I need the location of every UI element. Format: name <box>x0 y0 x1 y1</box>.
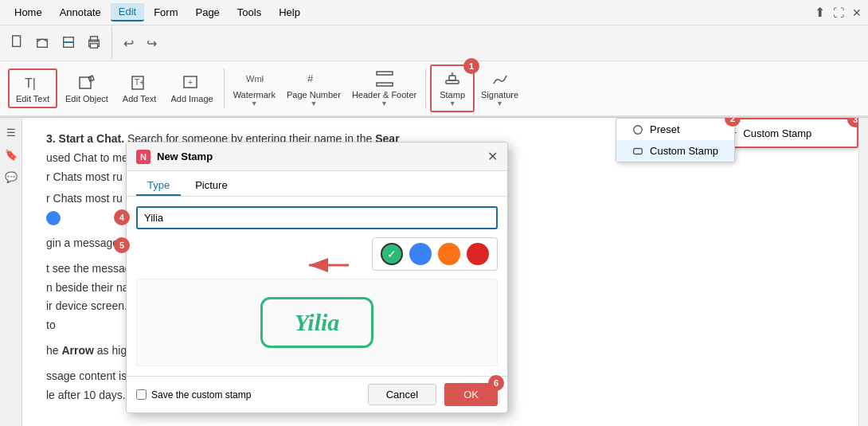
ok-button-wrapper: OK 6 <box>444 383 498 406</box>
blue-dot <box>46 211 61 225</box>
svg-rect-0 <box>13 35 21 46</box>
color-green[interactable]: ✓ <box>381 243 403 265</box>
edit-text-button[interactable]: T| Edit Text <box>8 68 57 108</box>
sep2 <box>425 68 426 108</box>
separator <box>111 27 112 59</box>
new-file-icon[interactable] <box>6 33 29 54</box>
edit-object-label: Edit Object <box>65 94 108 104</box>
menu-page[interactable]: Page <box>187 4 227 21</box>
menu-form[interactable]: Form <box>146 4 186 21</box>
svg-text:T|: T| <box>25 76 36 90</box>
sep1 <box>224 68 225 108</box>
stamp-label: Stamp <box>440 90 465 100</box>
doc-area: 3. Start a Chat. Search for someone by e… <box>22 118 858 426</box>
icon-bar: ↩ ↪ <box>0 25 868 61</box>
add-image-button[interactable]: + Add Image <box>164 70 219 107</box>
scan-icon[interactable] <box>57 33 80 54</box>
stamp-name-input[interactable] <box>136 206 498 229</box>
dialog-body: 4 5 ✓ <box>127 197 507 376</box>
page-number-button[interactable]: # Page Number ▼ <box>282 66 346 111</box>
svg-rect-21 <box>634 148 643 154</box>
menu-tools[interactable]: Tools <box>229 4 269 21</box>
dialog-tabs: Type Picture <box>127 171 507 197</box>
tab-picture[interactable]: Picture <box>184 176 238 196</box>
main-area: ☰ 🔖 💬 3. Start a Chat. Search for someon… <box>0 118 868 426</box>
sidebar-bookmark-icon[interactable]: 🔖 <box>3 147 19 162</box>
svg-point-20 <box>634 125 643 134</box>
add-image-label: Add Image <box>170 94 213 104</box>
header-footer-button[interactable]: Header & Footer ▼ <box>347 66 421 111</box>
stamp-box: Yilia <box>260 297 374 348</box>
preset-label: Preset <box>650 123 680 135</box>
tab-type[interactable]: Type <box>136 176 181 196</box>
page-number-label: Page Number <box>287 90 341 100</box>
arrow-indicator <box>293 249 357 283</box>
stamp-button-wrapper: Stamp ▼ 1 <box>430 64 475 112</box>
left-sidebar: ☰ 🔖 💬 <box>0 118 22 426</box>
menu-help[interactable]: Help <box>271 4 308 21</box>
custom-stamp-dropdown-item[interactable]: Custom Stamp <box>616 140 734 162</box>
svg-rect-6 <box>91 36 98 41</box>
color-orange[interactable] <box>438 243 460 265</box>
undo-icon[interactable]: ↩ <box>119 33 139 53</box>
svg-text:#: # <box>307 72 314 84</box>
signature-button[interactable]: Signature ▼ <box>476 66 523 111</box>
menu-annotate[interactable]: Annotate <box>52 4 109 21</box>
save-label: Save the custom stamp <box>151 389 251 401</box>
save-checkbox[interactable] <box>136 389 147 400</box>
svg-text:T+: T+ <box>135 78 144 87</box>
print-icon[interactable] <box>83 33 105 54</box>
dialog-footer: Save the custom stamp Cancel OK 6 <box>127 376 507 412</box>
header-footer-label: Header & Footer <box>352 90 416 100</box>
watermark-label: Watermark <box>233 90 276 100</box>
add-text-label: Add Text <box>123 94 157 104</box>
add-text-button[interactable]: T+ Add Text <box>116 70 163 107</box>
right-scrollbar[interactable] <box>858 118 868 426</box>
stamp-dropdown: Preset Custom Stamp 2 <box>616 118 735 162</box>
menu-edit[interactable]: Edit <box>111 3 144 21</box>
dialog-header: N New Stamp ✕ <box>127 143 507 171</box>
watermark-button[interactable]: Wmk Watermark ▼ <box>229 66 280 111</box>
badge-5: 5 <box>114 237 130 253</box>
ribbon: T| Edit Text Edit Object T+ Add Text + A… <box>0 61 868 117</box>
sidebar-nav-icon[interactable]: ☰ <box>3 124 19 140</box>
svg-text:+: + <box>188 78 193 87</box>
dialog-logo: N <box>136 150 151 164</box>
badge-4: 4 <box>114 209 130 225</box>
dialog-title: New Stamp <box>157 150 481 162</box>
open-file-icon[interactable] <box>32 33 54 54</box>
edit-object-button[interactable]: Edit Object <box>59 70 115 107</box>
color-blue[interactable] <box>409 243 432 265</box>
share-icon[interactable]: ⬆ <box>815 5 825 20</box>
stamp-preview-text: Yilia <box>295 309 340 335</box>
custom-stamp-panel-label[interactable]: Custom Stamp <box>743 127 811 139</box>
stamp-name-row: 4 <box>136 206 498 229</box>
menu-home[interactable]: Home <box>6 4 50 21</box>
maximize-icon[interactable]: ⛶ <box>833 6 844 19</box>
svg-rect-5 <box>91 43 98 47</box>
cancel-button[interactable]: Cancel <box>368 384 436 405</box>
badge-6: 6 <box>488 375 504 391</box>
svg-rect-16 <box>377 83 393 86</box>
sidebar-comment-icon[interactable]: 💬 <box>3 169 19 185</box>
step3-title: Start a Chat. <box>59 132 124 145</box>
dialog-close-button[interactable]: ✕ <box>487 149 498 164</box>
menu-bar: Home Annotate Edit Form Page Tools Help … <box>0 0 868 25</box>
svg-text:Wmk: Wmk <box>246 74 264 84</box>
color-options: ✓ <box>372 237 498 271</box>
custom-stamp-dropdown-label: Custom Stamp <box>650 145 718 157</box>
edit-text-label: Edit Text <box>16 94 49 104</box>
badge-3: 3 <box>847 118 858 127</box>
minimize-icon[interactable]: ✕ <box>852 6 862 19</box>
redo-icon[interactable]: ↪ <box>142 33 162 53</box>
svg-rect-18 <box>449 76 456 80</box>
preset-item[interactable]: Preset <box>616 119 734 140</box>
stamp-preview: Yilia <box>136 279 498 366</box>
signature-label: Signature <box>481 90 518 100</box>
color-red[interactable] <box>467 243 489 265</box>
svg-rect-15 <box>377 72 393 75</box>
save-checkbox-label[interactable]: Save the custom stamp <box>136 389 360 401</box>
